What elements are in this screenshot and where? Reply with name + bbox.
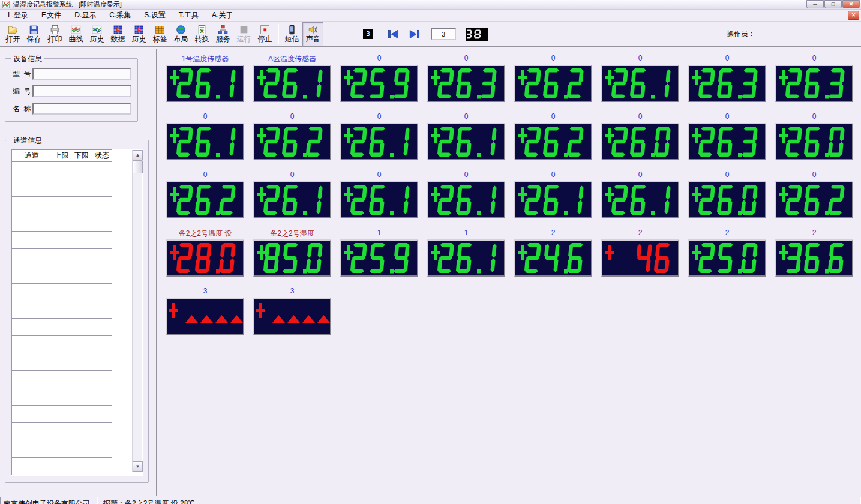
- toolbar-button-service-network[interactable]: 服务: [212, 22, 233, 46]
- led-display: [166, 181, 244, 218]
- status-company: 南京伟创电子设备有限公司: [0, 497, 98, 504]
- prev-page-icon[interactable]: [386, 29, 400, 40]
- led-cell-label: 0: [514, 112, 592, 121]
- scroll-down-icon[interactable]: ▼: [133, 461, 143, 472]
- menu-item-4[interactable]: C.采集: [103, 9, 137, 22]
- page-input[interactable]: [431, 28, 456, 40]
- toolbar-button-history-curve[interactable]: 历史: [86, 22, 107, 46]
- led-cell: 0: [775, 170, 853, 218]
- toolbar-button-label-table[interactable]: 标签: [149, 22, 170, 46]
- toolbar-button-label: 声音: [306, 35, 320, 43]
- left-panel: 设备信息 型 号编 号名 称 通道信息 通道上限下限状态 ▲ ▼: [0, 49, 157, 496]
- toolbar-button-history-table[interactable]: E历史: [128, 22, 149, 46]
- menu-item-1[interactable]: L.登录: [1, 9, 35, 22]
- history-curve-icon: [92, 25, 102, 35]
- menu-item-6[interactable]: T.工具: [172, 9, 205, 22]
- channel-table-row: [12, 353, 112, 371]
- channel-table-row: [12, 406, 112, 423]
- device-field-input-2[interactable]: [32, 85, 131, 97]
- channel-table-row: [12, 266, 112, 284]
- status-alarm: 报警：备2之2号温度 设 28℃: [100, 497, 861, 504]
- scroll-up-icon[interactable]: ▲: [133, 150, 143, 160]
- led-cell: 0: [253, 112, 331, 160]
- led-display: [514, 239, 592, 277]
- menu-bar: L.登录F.文件D.显示C.采集S.设置T.工具A.关于✕: [0, 10, 861, 22]
- toolbar-button-printer[interactable]: 打印: [44, 22, 65, 46]
- menu-item-3[interactable]: D.显示: [68, 9, 103, 22]
- open-folder-icon: [8, 25, 18, 35]
- close-button[interactable]: ✕: [842, 0, 860, 8]
- channel-table-row: [12, 301, 112, 319]
- led-cell: 2: [688, 229, 766, 277]
- device-field-input-1[interactable]: [32, 68, 131, 80]
- led-cell: 备2之2号温度 设: [166, 229, 244, 277]
- led-cell-label: 0: [514, 54, 592, 63]
- channel-table-row: [12, 162, 112, 179]
- led-cell: 0: [688, 170, 766, 218]
- led-cell-label: 0: [688, 170, 766, 179]
- led-display: [427, 239, 505, 277]
- device-info-title: 设备信息: [11, 54, 44, 64]
- toolbar-button-sound-speaker[interactable]: 声音: [302, 22, 323, 46]
- channel-table-row: [12, 336, 112, 353]
- toolbar-button-label: 停止: [258, 35, 272, 43]
- led-cell-label: 0: [340, 112, 418, 121]
- led-cell-label: 0: [514, 170, 592, 179]
- toolbar-separator: [278, 24, 279, 44]
- led-cell: 2: [601, 229, 679, 277]
- channel-table-row: [12, 388, 112, 406]
- toolbar-button-sms-phone[interactable]: 短信: [281, 22, 302, 46]
- led-cell-label: 2: [775, 229, 853, 238]
- led-cell-label: 0: [601, 54, 679, 63]
- led-cell-label: 0: [775, 54, 853, 63]
- restore-button[interactable]: □: [824, 0, 842, 8]
- channel-table-row: [12, 458, 112, 475]
- minimize-button[interactable]: ─: [806, 0, 824, 8]
- channel-table-row: [12, 440, 112, 458]
- led-cell-label: 0: [601, 112, 679, 121]
- led-display: [514, 123, 592, 160]
- led-display-icon: [466, 28, 488, 41]
- toolbar-button-label: 历史: [90, 35, 104, 43]
- menu-item-5[interactable]: S.设置: [137, 9, 172, 22]
- led-cell-label: 0: [427, 54, 505, 63]
- operator-label: 操作员：: [727, 29, 755, 39]
- mdi-close-button[interactable]: ✕: [848, 11, 859, 20]
- channel-info-groupbox: 通道信息 通道上限下限状态 ▲ ▼: [5, 140, 149, 483]
- channel-table-row: [12, 423, 112, 440]
- toolbar-button-save-floppy[interactable]: 保存: [23, 22, 44, 46]
- channel-table-scrollbar[interactable]: ▲ ▼: [132, 150, 142, 472]
- toolbar-button-label: 短信: [285, 35, 299, 43]
- run-square-icon: [239, 25, 249, 35]
- stop-button-icon: [260, 25, 270, 35]
- led-cell: 0: [514, 54, 592, 102]
- device-field-input-3[interactable]: [32, 103, 131, 115]
- channel-table-row: [12, 249, 112, 266]
- toolbar-button-curve-chart[interactable]: 曲线: [65, 22, 86, 46]
- led-cell: 0: [601, 170, 679, 218]
- led-display: [601, 239, 679, 277]
- toolbar-button-layout-globe[interactable]: 布局: [170, 22, 191, 46]
- toolbar-button-open-folder[interactable]: 打开: [2, 22, 23, 46]
- led-cell-label: 0: [775, 112, 853, 121]
- toolbar-button-data-table[interactable]: E数据: [107, 22, 128, 46]
- status-bar: 南京伟创电子设备有限公司 报警：备2之2号温度 设 28℃: [0, 496, 861, 504]
- toolbar-button-convert-sheet[interactable]: X转换: [191, 22, 212, 46]
- toolbar-button-label: 历史: [132, 35, 146, 43]
- menu-item-7[interactable]: A.关于: [205, 9, 239, 22]
- next-page-icon[interactable]: [408, 29, 421, 40]
- led-display: [688, 65, 766, 102]
- led-display: [340, 123, 418, 160]
- channel-col-header: 下限: [71, 150, 92, 162]
- led-cell: 3: [253, 287, 331, 335]
- toolbar-button-stop-button[interactable]: 停止: [254, 22, 275, 46]
- channel-table[interactable]: 通道上限下限状态: [11, 149, 112, 475]
- scrollbar-thumb[interactable]: [133, 160, 143, 173]
- led-display: [601, 65, 679, 102]
- led-cell-label: 0: [340, 54, 418, 63]
- toolbar-button-label: 曲线: [69, 35, 83, 43]
- led-cell: 3: [166, 287, 244, 335]
- led-cell-label: 2: [601, 229, 679, 238]
- menu-item-2[interactable]: F.文件: [35, 9, 68, 22]
- led-cell-label: 1: [340, 229, 418, 238]
